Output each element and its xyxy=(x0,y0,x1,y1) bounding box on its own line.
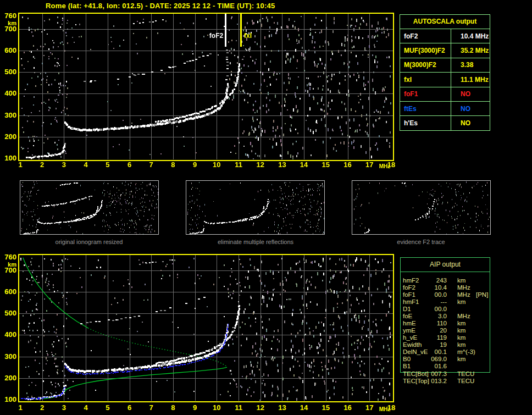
x-tick-label: 16 xyxy=(343,404,351,412)
aip-row-unit: TECU xyxy=(457,370,474,378)
aip-row: DelN_vE00.1m^(-3) xyxy=(400,348,510,356)
aip-row: TEC[Bot]007.3TECU xyxy=(400,370,510,378)
aip-row-unit: MHz xyxy=(457,284,470,291)
x-tick-label: 6 xyxy=(128,404,131,412)
top-plot-x-axis: 123456789101112131415161718MHz xyxy=(18,161,403,171)
aip-row-value: 00.0 xyxy=(400,291,447,298)
autoscala-row-value: NO xyxy=(451,102,470,115)
autoscala-table-rows: foF210.4 MHzMUF(3000)F235.2 MHzM(3000)F2… xyxy=(400,29,490,130)
x-tick-label: 8 xyxy=(171,161,175,169)
autoscala-row-label: foF1 xyxy=(400,87,451,101)
aip-row-value: --- xyxy=(400,298,447,306)
y-tick-label: 600 xyxy=(0,288,16,296)
autoscala-row-value: NO xyxy=(451,116,470,130)
x-tick-label: 11 xyxy=(235,161,242,169)
x-tick-label: 2 xyxy=(40,404,44,412)
x-tick-label: 1 xyxy=(18,161,22,169)
x-tick-label: 7 xyxy=(149,404,153,412)
x-tick-label: 5 xyxy=(106,161,109,169)
fxi-marker-label: fxI xyxy=(244,32,252,40)
bottom-plot-y-axis: 760700600500400300200100km xyxy=(0,254,17,402)
bottom-ionogram-canvas xyxy=(18,254,394,402)
aip-row: D100.0 xyxy=(400,306,510,313)
aip-row-value: 110 xyxy=(400,320,447,327)
x-tick-label: 10 xyxy=(213,404,220,412)
top-ionogram-canvas xyxy=(18,13,394,161)
x-tick-label: 9 xyxy=(193,161,197,169)
autoscala-row-value: NO xyxy=(451,87,470,101)
thumbnail-eliminate-reflections xyxy=(186,180,325,235)
y-tick-label: 760 xyxy=(0,12,16,20)
x-tick-label: 5 xyxy=(106,404,109,412)
x-tick-label: 15 xyxy=(322,404,330,412)
x-tick-label: 15 xyxy=(322,161,330,169)
aip-row-unit: TECU xyxy=(457,378,474,385)
aip-row: hmF2243km xyxy=(400,277,510,284)
aip-row: B101.6 xyxy=(400,363,510,370)
autoscala-table-title: AUTOSCALA output xyxy=(400,15,490,29)
x-axis-unit-label: MHz xyxy=(379,163,391,169)
aip-table-title: AIP output xyxy=(400,261,490,268)
y-tick-label: 500 xyxy=(0,68,16,76)
x-tick-label: 4 xyxy=(84,404,87,412)
aip-row-note: [PN] xyxy=(476,291,488,298)
y-tick-label: 200 xyxy=(0,133,16,141)
y-tick-label: 400 xyxy=(0,331,16,339)
x-tick-label: 6 xyxy=(128,161,131,169)
autoscala-row: h'EsNO xyxy=(400,115,490,130)
aip-row-value: 00.1 xyxy=(400,348,447,356)
top-plot-y-axis: 760700600500400300200100km xyxy=(0,13,17,161)
y-tick-label: 100 xyxy=(0,154,16,162)
x-tick-label: 16 xyxy=(343,161,351,169)
aip-row-unit: km xyxy=(457,320,465,327)
thumbnail-caption-eliminate: eliminate multiple reflections xyxy=(218,239,293,245)
autoscala-row-label: fxI xyxy=(400,73,451,86)
y-tick-label: 300 xyxy=(0,353,16,361)
aip-row-value: 3.0 xyxy=(400,313,447,320)
y-axis-unit-label: km xyxy=(0,261,16,268)
aip-row: foE3.0MHz xyxy=(400,313,510,320)
x-tick-label: 8 xyxy=(171,404,175,412)
aip-title-divider xyxy=(400,272,490,272)
aip-row: B0069.0km xyxy=(400,356,510,363)
x-tick-label: 2 xyxy=(40,161,44,169)
bottom-plot-x-axis: 123456789101112131415161718MHz xyxy=(18,404,403,414)
y-tick-label: 400 xyxy=(0,90,16,97)
autoscala-row-label: foF2 xyxy=(400,29,451,43)
x-tick-label: 3 xyxy=(62,161,66,169)
autoscala-row-label: M(3000)F2 xyxy=(400,58,451,72)
x-tick-label: 4 xyxy=(84,161,87,169)
x-tick-label: 17 xyxy=(365,161,373,169)
x-tick-label: 10 xyxy=(213,161,220,169)
x-tick-label: 14 xyxy=(300,404,308,412)
aip-row-value: 19 xyxy=(400,341,447,348)
autoscala-row: M(3000)F23.38 xyxy=(400,58,490,72)
aip-row-unit: km xyxy=(457,341,465,348)
x-tick-label: 1 xyxy=(18,404,22,412)
autoscala-row: foF1NO xyxy=(400,87,490,101)
y-tick-label: 500 xyxy=(0,309,16,317)
thumbnail-evidence-f2-trace xyxy=(352,180,491,235)
thumbnail-original-ionogram xyxy=(20,180,159,235)
x-tick-label: 14 xyxy=(300,161,308,169)
x-tick-label: 13 xyxy=(278,404,286,412)
aip-row: foF100.0MHz[PN] xyxy=(400,291,510,298)
aip-row: foF210.4MHz xyxy=(400,284,510,291)
aip-row: ymE20km xyxy=(400,327,510,334)
aip-row-value: 013.2 xyxy=(400,378,447,385)
aip-row: TEC[Top]013.2TECU xyxy=(400,378,510,385)
aip-row: h_vE119km xyxy=(400,334,510,341)
aip-row-unit: MHz xyxy=(457,313,470,320)
y-tick-label: 760 xyxy=(0,253,16,261)
y-tick-label: 200 xyxy=(0,374,16,382)
aip-row: Ewidth19km xyxy=(400,341,510,348)
y-tick-label: 600 xyxy=(0,47,16,54)
autoscala-row-value: 10.4 MHz xyxy=(451,29,489,43)
aip-row-value: 01.6 xyxy=(400,363,447,370)
aip-row-value: 007.3 xyxy=(400,370,447,378)
y-axis-unit-label: km xyxy=(0,20,16,26)
x-tick-label: 17 xyxy=(365,404,373,412)
autoscala-result-screen: Rome (lat: +41.8, lon: 012.5) - DATE: 20… xyxy=(0,0,532,415)
aip-row-value: 119 xyxy=(400,334,447,341)
fof2-marker-label: foF2 xyxy=(209,32,223,40)
